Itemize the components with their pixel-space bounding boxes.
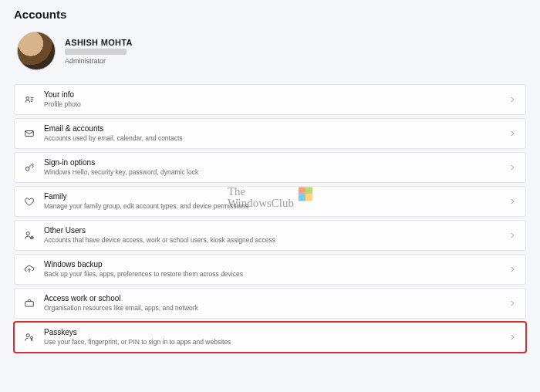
family-icon (21, 196, 38, 207)
backup-icon (21, 264, 38, 275)
profile-name: ASHISH MOHTA (65, 38, 133, 47)
item-title: Windows backup (44, 260, 508, 270)
item-subtitle: Organisation resources like email, apps,… (44, 304, 508, 313)
item-body: Access work or schoolOrganisation resour… (38, 294, 508, 312)
key-icon (21, 162, 38, 173)
settings-item-access-work-or-school[interactable]: Access work or schoolOrganisation resour… (14, 288, 526, 319)
avatar (17, 32, 56, 70)
mail-icon (21, 128, 38, 139)
settings-item-sign-in-options[interactable]: Sign-in optionsWindows Hello, security k… (14, 152, 526, 183)
settings-item-passkeys[interactable]: PasskeysUse your face, fingerprint, or P… (14, 322, 526, 353)
chevron-right-icon (508, 161, 516, 174)
item-subtitle: Back up your files, apps, preferences to… (44, 270, 508, 279)
svg-point-11 (26, 334, 29, 337)
item-subtitle: Accounts that have device access, work o… (44, 236, 508, 245)
profile-role: Administrator (65, 57, 133, 65)
item-body: PasskeysUse your face, fingerprint, or P… (38, 328, 508, 346)
other-users-icon (21, 230, 38, 241)
settings-item-family[interactable]: FamilyManage your family group, edit acc… (14, 186, 526, 217)
svg-rect-10 (25, 302, 34, 306)
chevron-right-icon (508, 93, 516, 106)
passkeys-icon (21, 332, 38, 343)
item-body: Your infoProfile photo (38, 90, 508, 108)
item-subtitle: Use your face, fingerprint, or PIN to si… (44, 338, 508, 346)
svg-point-5 (25, 167, 29, 171)
chevron-right-icon (508, 296, 516, 310)
chevron-right-icon (508, 194, 516, 208)
item-title: Access work or school (44, 294, 508, 304)
person-card-icon (21, 94, 38, 105)
svg-point-0 (26, 97, 29, 100)
profile-email-redacted (65, 49, 127, 55)
settings-item-other-users[interactable]: Other UsersAccounts that have device acc… (14, 220, 526, 251)
settings-item-windows-backup[interactable]: Windows backupBack up your files, apps, … (14, 254, 526, 285)
item-body: Sign-in optionsWindows Hello, security k… (38, 158, 508, 176)
item-body: Email & accountsAccounts used by email, … (38, 124, 508, 142)
chevron-right-icon (508, 228, 516, 242)
item-title: Passkeys (44, 328, 508, 338)
page-title: Accounts (14, 8, 526, 21)
item-body: FamilyManage your family group, edit acc… (38, 192, 508, 210)
svg-point-12 (30, 336, 32, 339)
item-title: Other Users (44, 226, 508, 236)
chevron-right-icon (508, 127, 516, 140)
item-subtitle: Profile photo (44, 100, 508, 109)
profile-block: ASHISH MOHTA Administrator (14, 32, 526, 70)
settings-list: Your infoProfile photoEmail & accountsAc… (14, 84, 526, 353)
chevron-right-icon (508, 330, 516, 344)
settings-item-your-info[interactable]: Your infoProfile photo (14, 84, 526, 115)
item-subtitle: Accounts used by email, calendar, and co… (44, 134, 508, 143)
item-title: Sign-in options (44, 158, 508, 168)
briefcase-icon (21, 298, 38, 309)
item-subtitle: Windows Hello, security key, password, d… (44, 168, 508, 177)
item-title: Family (44, 192, 508, 202)
item-title: Email & accounts (44, 124, 508, 134)
item-title: Your info (44, 90, 508, 100)
chevron-right-icon (508, 262, 516, 276)
item-subtitle: Manage your family group, edit account t… (44, 202, 508, 211)
svg-point-6 (26, 232, 29, 235)
item-body: Other UsersAccounts that have device acc… (38, 226, 508, 244)
settings-item-email-accounts[interactable]: Email & accountsAccounts used by email, … (14, 118, 526, 149)
svg-rect-4 (25, 131, 34, 137)
item-body: Windows backupBack up your files, apps, … (38, 260, 508, 278)
